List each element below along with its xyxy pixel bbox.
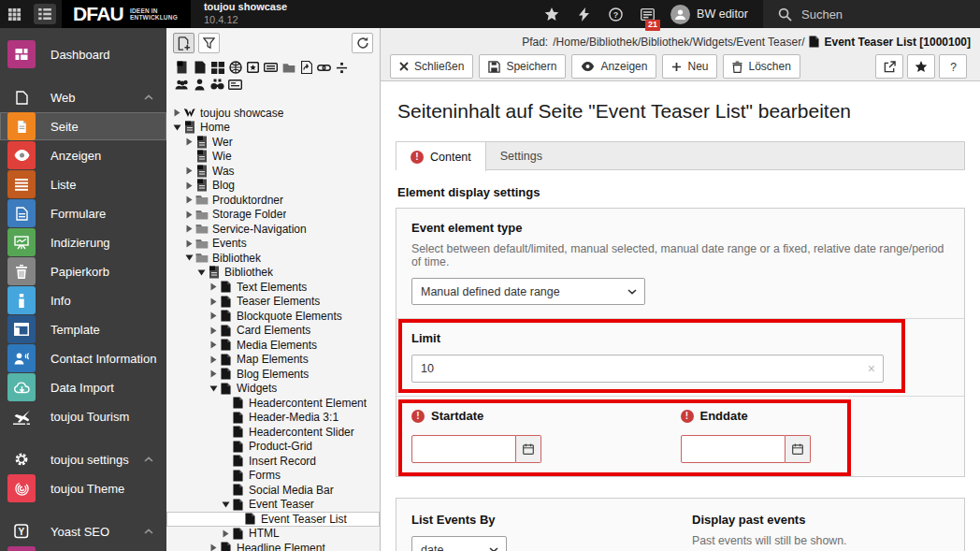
tree-item-blockquote-elements[interactable]: Blockquote Elements	[166, 309, 380, 324]
modules-grid-toggle[interactable]	[0, 0, 28, 28]
sidebar-item-papierkorb[interactable]: Papierkorb	[0, 257, 166, 285]
anzeigen-button[interactable]: Anzeigen	[571, 54, 656, 79]
caret-right-icon[interactable]	[209, 544, 219, 551]
drag-folder-icon[interactable]	[280, 59, 297, 76]
tab-settings[interactable]: Settings	[486, 142, 556, 169]
drag-spacer-icon[interactable]	[333, 59, 351, 76]
list-events-by-select[interactable]: date	[411, 536, 507, 551]
drag-grid-icon[interactable]	[209, 59, 226, 76]
system-information-button[interactable]: 21	[631, 0, 663, 28]
drag-shortcut-icon[interactable]	[297, 59, 315, 76]
caret-right-icon[interactable]	[209, 312, 219, 320]
enddate-input[interactable]	[681, 435, 785, 463]
caret-down-icon[interactable]	[172, 124, 182, 131]
speichern-button[interactable]: Speichern	[479, 54, 566, 79]
caret-right-icon[interactable]	[184, 196, 195, 204]
neu-button[interactable]: Neu	[662, 54, 717, 79]
global-search[interactable]	[763, 0, 980, 28]
filter-button[interactable]	[198, 33, 220, 53]
dfau-logo[interactable]: DFAU IDEEN INENTWICKLUNG	[62, 0, 191, 28]
tree-item-social-media-bar[interactable]: Social Media Bar	[166, 483, 380, 498]
sidebar-item-info[interactable]: Info	[0, 286, 166, 314]
sidebar-item-data-import[interactable]: Data Import	[0, 373, 166, 401]
tree-item-service-navigation[interactable]: Service-Navigation	[166, 222, 380, 237]
new-page-button[interactable]	[173, 33, 195, 53]
tree-item-event-teaser-list[interactable]: Event Teaser List	[166, 512, 380, 527]
tree-item-blog[interactable]: Blog	[166, 179, 380, 194]
tree-item-header-media-3-1[interactable]: Header-Media 3:1	[166, 411, 380, 426]
tree-item-events[interactable]: Events	[166, 237, 380, 252]
l-schen-button[interactable]: Löschen	[723, 54, 800, 79]
tree-item-insert-record[interactable]: Insert Record	[166, 454, 380, 469]
drag-keyboard-icon[interactable]	[262, 59, 280, 76]
bookmarks-button[interactable]	[536, 0, 568, 28]
tree-item-produktordner[interactable]: Produktordner	[166, 193, 380, 208]
search-input[interactable]	[801, 7, 942, 22]
caret-down-icon[interactable]	[221, 501, 231, 508]
caret-right-icon[interactable]	[184, 181, 195, 190]
caret-right-icon[interactable]	[209, 341, 219, 349]
caret-right-icon[interactable]	[184, 138, 195, 146]
clear-icon[interactable]: ×	[868, 362, 875, 375]
tab-content[interactable]: ! Content	[396, 142, 486, 171]
limit-input[interactable]	[411, 355, 884, 383]
drag-users-icon[interactable]	[173, 76, 191, 93]
sidebar-item-anzeigen[interactable]: Anzeigen	[0, 141, 166, 169]
caret-right-icon[interactable]	[209, 355, 219, 364]
tree-item-bibliothek[interactable]: Bibliothek	[166, 266, 380, 281]
tree-item-html[interactable]: HTML	[166, 527, 380, 542]
sidebar-item-liste[interactable]: Liste	[0, 170, 166, 198]
drag-link-icon[interactable]	[315, 59, 333, 76]
tree-item-media-elements[interactable]: Media Elements	[166, 338, 380, 353]
caret-down-icon[interactable]	[196, 269, 207, 276]
tree-item-event-teaser[interactable]: Event Teaser	[166, 498, 380, 513]
tree-item-headercontent-element[interactable]: Headercontent Element	[166, 396, 380, 411]
help-button[interactable]: ?	[599, 0, 631, 28]
open-record-button[interactable]	[875, 54, 903, 79]
startdate-calendar-button[interactable]	[516, 435, 541, 463]
caret-right-icon[interactable]	[184, 210, 195, 219]
tree-item-blog-elements[interactable]: Blog Elements	[166, 367, 380, 382]
tree-item-toujou-showcase[interactable]: toujou showcase	[166, 106, 380, 121]
sidebar-item-formulare[interactable]: Formulare	[0, 199, 166, 227]
tree-item-widgets[interactable]: Widgets	[166, 382, 380, 397]
caret-right-icon[interactable]	[221, 529, 231, 538]
sidebar-section-toujou-settings[interactable]: toujou settings	[0, 445, 166, 473]
caret-right-icon[interactable]	[184, 239, 195, 248]
clear-cache-button[interactable]	[568, 0, 599, 28]
tree-item-headercontent-slider[interactable]: Headercontent Slider	[166, 425, 380, 440]
sidebar-item-toujou-theme[interactable]: toujou Theme	[0, 474, 166, 502]
enddate-calendar-button[interactable]	[785, 435, 811, 463]
avatar[interactable]	[670, 5, 690, 24]
drag-user-icon[interactable]	[191, 76, 209, 93]
schlie-en-button[interactable]: Schließen	[390, 54, 473, 79]
tree-item-home[interactable]: Home	[166, 121, 380, 136]
bookmark-star-button[interactable]	[907, 54, 935, 79]
caret-right-icon[interactable]	[172, 109, 182, 117]
tree-item-text-elements[interactable]: Text Elements	[166, 280, 380, 295]
user-menu[interactable]: BW editor	[697, 7, 748, 21]
sidebar-item-dashboard[interactable]: Dashboard	[0, 40, 166, 68]
tree-item-wer[interactable]: Wer	[166, 135, 380, 150]
sidebar-item-contact-information[interactable]: Contact Information	[0, 344, 166, 372]
caret-right-icon[interactable]	[209, 297, 219, 306]
caret-right-icon[interactable]	[209, 370, 219, 378]
caret-right-icon[interactable]	[209, 283, 219, 291]
sidebar-item-dashboard[interactable]: Dashboard	[0, 546, 166, 551]
sidebar-section-web[interactable]: Web	[0, 83, 166, 111]
tree-item-teaser-elements[interactable]: Teaser Elements	[166, 295, 380, 310]
sidebar-item-indizierung[interactable]: Indizierung	[0, 228, 166, 256]
sidebar-item-toujou-tourism[interactable]: toujou Tourism	[0, 402, 166, 430]
tree-item-product-grid[interactable]: Product-Grid	[166, 440, 380, 455]
tree-item-wie[interactable]: Wie	[166, 150, 380, 165]
tree-item-headline-element[interactable]: Headline Element	[166, 541, 380, 551]
tree-item-was[interactable]: Was	[166, 164, 380, 179]
drag-globe-icon[interactable]	[226, 59, 244, 76]
sidebar-section-yoast-seo[interactable]: YYoast SEO	[0, 517, 166, 545]
question-button[interactable]: ?	[939, 54, 967, 79]
refresh-tree-button[interactable]	[352, 33, 373, 53]
caret-right-icon[interactable]	[209, 326, 219, 335]
tree-item-map-elements[interactable]: Map Elements	[166, 353, 380, 368]
drag-card-icon[interactable]	[226, 76, 244, 93]
sidebar-item-template[interactable]: Template	[0, 315, 166, 343]
